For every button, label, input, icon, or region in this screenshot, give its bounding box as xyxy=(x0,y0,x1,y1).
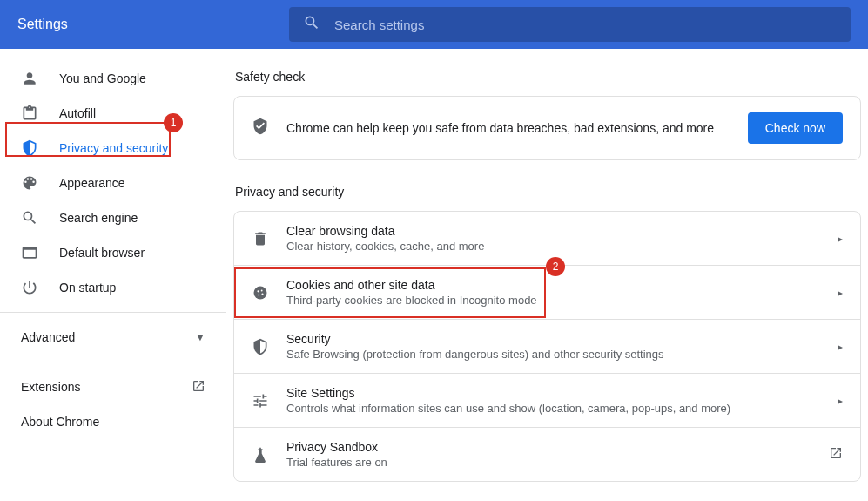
row-clear-browsing-data[interactable]: Clear browsing dataClear history, cookie… xyxy=(234,212,860,265)
flask-icon xyxy=(252,446,269,464)
row-security[interactable]: SecuritySafe Browsing (protection from d… xyxy=(234,319,860,373)
row-site-settings[interactable]: Site SettingsControls what information s… xyxy=(234,373,860,427)
sidebar-item-label: Extensions xyxy=(21,380,80,394)
chevron-right-icon: ▸ xyxy=(838,341,843,353)
sidebar-item-label: You and Google xyxy=(59,71,146,85)
row-sub: Clear history, cookies, cache, and more xyxy=(286,240,820,253)
divider xyxy=(0,312,226,313)
svg-point-3 xyxy=(258,294,259,295)
sidebar-item-label: Default browser xyxy=(59,246,145,260)
chevron-right-icon: ▸ xyxy=(838,287,843,299)
sidebar-item-label: Autofill xyxy=(59,106,96,120)
row-sub: Third-party cookies are blocked in Incog… xyxy=(286,294,820,307)
search-icon xyxy=(303,14,320,35)
annotation-badge-1: 1 xyxy=(164,113,183,132)
palette-icon xyxy=(21,174,38,192)
sidebar-item-advanced[interactable]: Advanced ▼ xyxy=(0,320,226,355)
section-title-safety: Safety check xyxy=(233,70,861,84)
main-panel: Safety check Chrome can help keep you sa… xyxy=(226,49,868,501)
sidebar-item-label: On startup xyxy=(59,281,116,295)
sidebar-item-about[interactable]: About Chrome xyxy=(0,404,226,439)
row-title: Clear browsing data xyxy=(286,224,820,238)
cookie-icon xyxy=(252,284,269,301)
open-external-icon xyxy=(192,379,205,396)
sidebar-item-label: About Chrome xyxy=(21,415,99,429)
row-cookies[interactable]: Cookies and other site dataThird-party c… xyxy=(234,265,860,319)
app-header: Settings xyxy=(0,0,868,49)
sidebar-item-search-engine[interactable]: Search engine xyxy=(0,200,226,235)
open-external-icon xyxy=(829,446,843,464)
chevron-down-icon: ▼ xyxy=(195,331,205,343)
row-privacy-sandbox[interactable]: Privacy SandboxTrial features are on xyxy=(234,427,860,481)
safety-card: Chrome can help keep you safe from data … xyxy=(233,96,861,160)
chevron-right-icon: ▸ xyxy=(838,395,843,407)
safety-text: Chrome can help keep you safe from data … xyxy=(286,121,730,135)
shield-check-icon xyxy=(252,118,269,139)
svg-point-0 xyxy=(254,286,267,299)
sliders-icon xyxy=(252,392,269,410)
check-now-button[interactable]: Check now xyxy=(748,112,843,144)
section-title-privacy: Privacy and security xyxy=(233,185,861,199)
power-icon xyxy=(21,279,38,296)
svg-point-4 xyxy=(261,293,263,295)
row-title: Privacy Sandbox xyxy=(286,440,811,454)
sidebar-item-label: Advanced xyxy=(21,330,75,344)
person-icon xyxy=(21,70,38,87)
row-sub: Safe Browsing (protection from dangerous… xyxy=(286,348,820,361)
search-input[interactable] xyxy=(334,17,837,32)
row-sub: Controls what information sites can use … xyxy=(286,402,820,415)
row-sub: Trial features are on xyxy=(286,456,811,469)
search-bar[interactable] xyxy=(289,7,851,42)
clipboard-icon xyxy=(21,105,38,122)
trash-icon xyxy=(252,230,269,247)
sidebar-item-on-startup[interactable]: On startup xyxy=(0,270,226,305)
shield-icon xyxy=(21,139,38,157)
browser-icon xyxy=(21,244,38,261)
row-title: Security xyxy=(286,332,820,346)
sidebar-item-default-browser[interactable]: Default browser xyxy=(0,235,226,270)
shield-icon xyxy=(252,338,269,355)
sidebar: You and Google Autofill Privacy and secu… xyxy=(0,49,226,501)
privacy-card: Clear browsing dataClear history, cookie… xyxy=(233,211,861,482)
sidebar-item-appearance[interactable]: Appearance xyxy=(0,166,226,200)
annotation-badge-2: 2 xyxy=(546,257,565,276)
sidebar-item-label: Privacy and security xyxy=(59,141,168,155)
row-title: Cookies and other site data xyxy=(286,278,820,292)
page-title: Settings xyxy=(17,17,279,32)
sidebar-item-extensions[interactable]: Extensions xyxy=(0,369,226,404)
search-icon xyxy=(21,209,38,227)
divider xyxy=(0,362,226,362)
sidebar-item-label: Search engine xyxy=(59,211,138,225)
sidebar-item-you-and-google[interactable]: You and Google xyxy=(0,61,226,96)
chevron-right-icon: ▸ xyxy=(838,233,843,245)
sidebar-item-privacy[interactable]: Privacy and security xyxy=(0,131,226,166)
svg-point-2 xyxy=(261,289,263,291)
sidebar-item-label: Appearance xyxy=(59,176,125,190)
sidebar-item-autofill[interactable]: Autofill xyxy=(0,96,226,131)
svg-point-1 xyxy=(257,290,259,292)
row-title: Site Settings xyxy=(286,386,820,400)
